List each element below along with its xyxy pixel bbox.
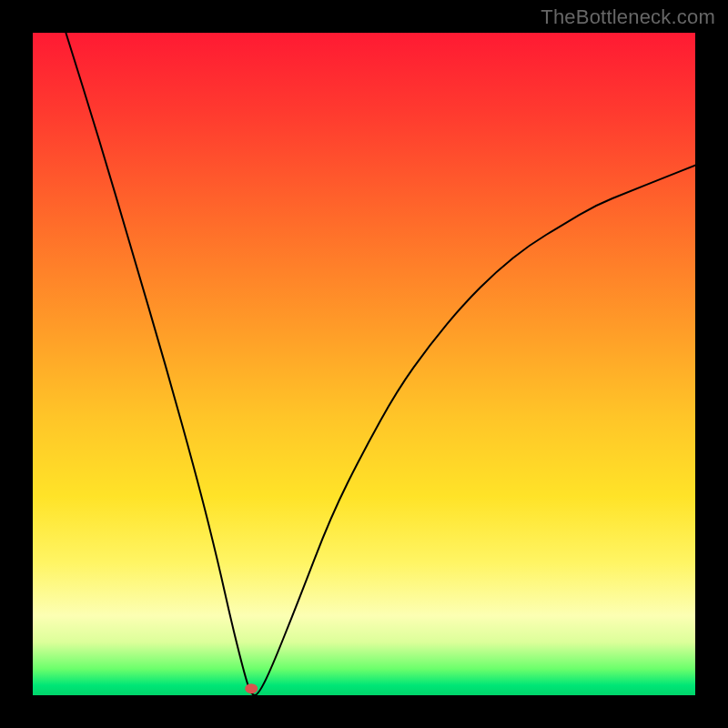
- watermark-text: TheBottleneck.com: [541, 5, 715, 29]
- bottleneck-curve-path: [66, 33, 695, 695]
- chart-frame: TheBottleneck.com: [0, 0, 728, 728]
- plot-area: [33, 33, 695, 695]
- optimum-marker: [245, 683, 258, 693]
- bottleneck-curve-svg: [33, 33, 695, 695]
